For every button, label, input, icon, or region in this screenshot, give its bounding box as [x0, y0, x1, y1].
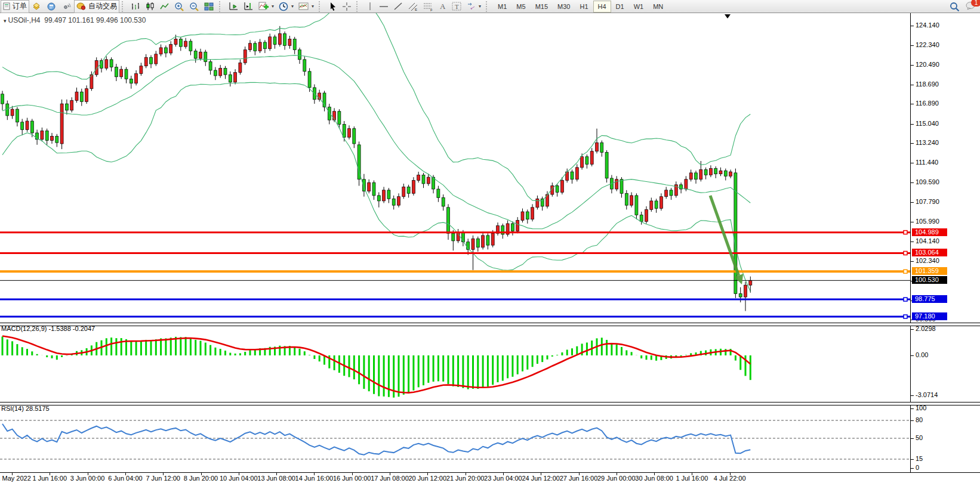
price-tag: 103.064 [912, 249, 947, 256]
axis-tick-label: 109.590 [916, 178, 939, 185]
line-chart-button[interactable] [158, 0, 172, 13]
time-tick-label: 17 Jun 08:00 [371, 475, 409, 482]
time-tick-label: 1 Jul 16:00 [676, 475, 708, 482]
time-tick-label: 20 Jun 12:00 [408, 475, 446, 482]
indicators-button[interactable]: ▾ [256, 0, 276, 13]
templates-button[interactable]: ▾ [296, 0, 316, 13]
axis-tick-label: 102.340 [916, 257, 939, 264]
timeframe-button-h1[interactable]: H1 [575, 1, 593, 13]
time-tick-label: 10 Jun 04:00 [220, 475, 258, 482]
data-window-button[interactable] [44, 0, 59, 13]
timeframe-button-h4[interactable]: H4 [593, 1, 611, 13]
price-tag: 104.989 [912, 228, 947, 236]
text-icon: A [439, 2, 447, 11]
trendline-button[interactable] [391, 0, 405, 13]
candlestick-chart-button[interactable] [143, 0, 158, 13]
chart-title: ▾USOil-,H4 99.497 101.161 99.496 100.530 [4, 16, 146, 24]
ohlc-values: 99.497 101.161 99.496 100.530 [44, 16, 146, 24]
vertical-line-icon [366, 2, 374, 11]
axis-tick-label: 50 [916, 434, 923, 441]
chevron-down-icon: ▾ [291, 4, 294, 9]
zoom-in-button[interactable] [172, 0, 187, 13]
timeframe-button-m15[interactable]: M15 [531, 1, 553, 13]
chevron-down-icon: ▾ [312, 4, 314, 9]
arrows-tool-button[interactable]: ▾ [464, 0, 483, 13]
axis-tick-label: 0.00 [916, 351, 928, 358]
rsi-label: RSI(14) 28.5175 [1, 405, 50, 412]
time-tick-label: 6 Jun 04:00 [108, 475, 143, 482]
text-tool-button[interactable]: A [436, 0, 449, 13]
fibonacci-icon: F [423, 2, 434, 11]
timeframe-button-mn[interactable]: MN [648, 1, 668, 13]
time-tick-label: 30 Jun 08:00 [635, 475, 673, 482]
search-icon[interactable] [950, 2, 960, 12]
candlestick-chart-icon [146, 2, 155, 11]
price-tag: 100.530 [912, 276, 947, 284]
channel-button[interactable]: E [405, 0, 421, 13]
new-order-button[interactable]: 订单 [1, 0, 29, 13]
axis-tick-label: 122.340 [916, 41, 939, 48]
time-axis[interactable]: 31 May 20221 Jun 16:003 Jun 00:006 Jun 0… [0, 473, 910, 483]
horizontal-line-button[interactable] [377, 0, 391, 13]
timeframe-button-w1[interactable]: W1 [629, 1, 649, 13]
label-icon: T [452, 2, 462, 11]
timeframe-button-d1[interactable]: D1 [611, 1, 629, 13]
templates-icon [298, 2, 309, 11]
chart-shift-icon [244, 2, 254, 11]
axis-tick-label: 113.240 [916, 139, 939, 146]
trendline-icon [393, 2, 403, 11]
price-tag: 101.359 [912, 267, 947, 275]
toolbar-separator [219, 1, 224, 12]
time-tick-label: 13 Jun 08:00 [257, 475, 295, 482]
rsi-pane[interactable] [0, 418, 910, 473]
bar-chart-icon [131, 2, 141, 11]
chevron-down-icon: ▾ [479, 4, 481, 9]
periods-button[interactable]: ▾ [276, 0, 296, 13]
time-tick-label: 21 Jun 20:00 [446, 475, 485, 482]
timeframe-button-m1[interactable]: M1 [493, 1, 511, 13]
zoom-out-button[interactable] [187, 0, 202, 13]
time-tick-label: 8 Jun 20:00 [184, 475, 218, 482]
price-tag: 97.180 [912, 312, 947, 320]
toolbar-separator [486, 1, 491, 12]
bar-chart-button[interactable] [129, 0, 143, 13]
axis-tick-label: -3.0714 [916, 391, 938, 398]
macd-pane[interactable] [0, 326, 910, 401]
market-watch-button[interactable] [29, 0, 44, 13]
cursor-tool-button[interactable] [326, 0, 340, 13]
time-tick-label: 14 Jun 16:00 [295, 475, 334, 482]
chart-shift-button[interactable] [241, 0, 256, 13]
cursor-icon [328, 2, 337, 11]
label-tool-button[interactable]: T [449, 0, 464, 13]
navigator-button[interactable] [59, 0, 74, 13]
axis-tick-label: 104.140 [916, 237, 939, 244]
toolbar-separator [356, 1, 362, 12]
svg-text:A: A [440, 2, 446, 11]
pane-separator[interactable] [0, 402, 980, 405]
timeframe-button-m5[interactable]: M5 [511, 1, 530, 13]
toolbar: 订单 自动交易 [0, 0, 980, 13]
tile-windows-icon [204, 2, 214, 11]
timeframe-bar: M1M5M15M30H1H4D1W1MN [493, 1, 668, 13]
svg-text:E: E [415, 8, 417, 11]
notifications-button[interactable]: 1 [966, 1, 976, 13]
pane-separator[interactable] [0, 323, 980, 326]
autotrading-label: 自动交易 [88, 1, 117, 11]
data-window-icon [47, 2, 57, 11]
chart-window: ▾USOil-,H4 99.497 101.161 99.496 100.530… [0, 13, 980, 483]
vertical-line-button[interactable] [363, 0, 377, 13]
crosshair-tool-button[interactable] [340, 0, 354, 13]
time-tick-label: 31 May 2022 [0, 475, 31, 482]
price-chart[interactable] [0, 13, 910, 323]
axis-tick-label: 111.440 [916, 159, 938, 166]
axis-tick-label: 15 [916, 455, 923, 462]
navigator-icon [61, 2, 72, 11]
auto-scroll-button[interactable] [226, 0, 241, 13]
axis-tick-label: 124.140 [916, 21, 939, 29]
timeframe-button-m30[interactable]: M30 [553, 1, 575, 13]
time-tick-label: 1 Jun 16:00 [33, 475, 67, 482]
axis-tick-label: 105.990 [916, 218, 939, 225]
fibonacci-button[interactable]: F [421, 0, 436, 13]
tile-windows-button[interactable] [202, 0, 217, 13]
autotrading-button[interactable]: 自动交易 [74, 0, 119, 13]
